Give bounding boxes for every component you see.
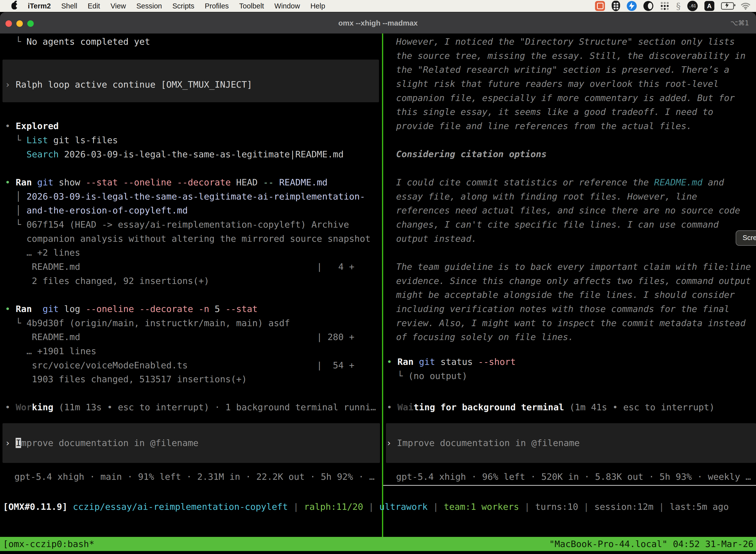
terminal-line: this single essay, it seems like a good … [396, 105, 713, 119]
terminal-line: including verification notes with those … [396, 302, 730, 316]
menu-window[interactable]: Window [274, 2, 300, 10]
terminal-line: companion analysis without altering the … [5, 232, 371, 246]
screen-indicator-tooltip: Scre [736, 230, 756, 246]
menu-view[interactable]: View [110, 2, 126, 10]
terminal-line: the source tree, missing the essay. Stil… [396, 49, 746, 63]
terminal-line: • Ran git status --short [387, 355, 516, 369]
terminal-line: output instead. [396, 232, 477, 246]
right-pane-bottom-border [383, 485, 756, 486]
terminal-line: 2 files changed, 92 insertions(+) [5, 274, 209, 288]
terminal-line: The team guideline is to back every impo… [396, 260, 751, 274]
menu-help[interactable]: Help [310, 2, 325, 10]
terminal-line: └ 067f154 (HEAD -> essay/ai-reimplementa… [5, 218, 349, 232]
ralph-loop-line: › Ralph loop active continue [OMX_TMUX_I… [5, 78, 252, 92]
terminal-line: … +2 lines [5, 246, 80, 260]
tmux-session-label: [omx-cczip0:bash* [0, 537, 94, 551]
terminal-line: slight risk that future readers may over… [396, 77, 718, 91]
terminal-line: └ List git ls-files [5, 133, 118, 147]
terminal-line: • Explored [5, 119, 59, 133]
terminal-line: I could cite commit statistics or refere… [396, 175, 724, 189]
squiggle-icon[interactable]: § [676, 1, 681, 11]
left-status-line: gpt-5.4 xhigh · main · 91% left · 2.31M … [14, 470, 375, 484]
dots-grid-icon[interactable] [660, 1, 670, 11]
terminal-line: the "Related research writing" section i… [396, 63, 730, 77]
terminal-line: └ No agents completed yet [5, 35, 150, 49]
terminal-line: review. Also, I might want to inspect th… [396, 316, 746, 330]
left-input-line: › Improve documentation in @filename [5, 436, 198, 450]
terminal-line: src/voice/voiceModeEnabled.ts | 54 + [5, 358, 355, 372]
terminal-line: might be acceptable alongside the file l… [396, 288, 735, 302]
right-status-line: gpt-5.4 xhigh · 96% left · 520K in · 5.8… [396, 470, 751, 484]
terminal-line: However, I noticed the "Directory Struct… [396, 35, 735, 49]
badge-61-icon[interactable]: ..61 [687, 1, 698, 11]
menu-scripts[interactable]: Scripts [172, 2, 194, 10]
bolt-badge-icon[interactable] [627, 1, 637, 11]
terminal-line: • Ran git show --stat --oneline --decora… [5, 175, 328, 189]
menu-shell[interactable]: Shell [61, 2, 77, 10]
battery-icon[interactable] [721, 2, 734, 10]
terminal-line: … +1901 lines [5, 344, 96, 358]
terminal-line: companion file, especially if more comme… [396, 91, 735, 105]
tmux-host-clock: "MacBook-Pro-44.local" 04:52 31-Mar-26 [549, 537, 756, 551]
tmux-status-bar: [omx-cczip0:bash* "MacBook-Pro-44.local"… [0, 537, 756, 551]
keypad-shield-icon[interactable] [612, 1, 620, 11]
menubar: iTerm2 Shell Edit View Session Scripts P… [0, 0, 756, 12]
screen: { "colors":{"divider_green":"#3cb914","t… [0, 0, 756, 554]
terminal-line: └ (no output) [387, 369, 467, 383]
a-square-icon[interactable]: A [704, 1, 714, 11]
menu-app-name[interactable]: iTerm2 [28, 2, 51, 10]
menu-edit[interactable]: Edit [87, 2, 100, 10]
terminal-line: • Working (11m 13s • esc to interrupt) ·… [5, 400, 376, 414]
terminal-line: provide file and line references from th… [396, 119, 692, 133]
terminal-line: references need actual files, and since … [396, 204, 740, 217]
terminal-line: • Ran git log --oneline --decorate -n 5 … [5, 302, 258, 316]
terminal-line: changes, I can't cite specific file line… [396, 218, 718, 232]
crescent-circle-icon[interactable] [643, 1, 653, 11]
iterm-window: omx --xhigh --madmax ⌥⌘1 Scre └ No agent… [0, 12, 756, 554]
menu-toolbelt[interactable]: Toolbelt [239, 2, 264, 10]
right-input-line: › Improve documentation in @filename [386, 436, 580, 450]
thinking-heading: Considering citation options [396, 147, 547, 161]
pane-divider[interactable] [382, 34, 383, 537]
menu-session[interactable]: Session [136, 2, 162, 10]
chat-app-icon[interactable] [595, 1, 605, 11]
menu-profiles[interactable]: Profiles [205, 2, 229, 10]
apple-menu-icon[interactable] [11, 2, 17, 9]
terminal-line: Search 2026-03-09-is-legal-the-same-as-l… [5, 148, 343, 161]
terminal-line: └ 4b9d30f (origin/main, instructkr/main,… [5, 316, 290, 330]
terminal-line: README.md | 4 + [5, 260, 355, 274]
terminal-line: 1903 files changed, 513517 insertions(+) [5, 372, 247, 386]
terminal-line: README.md | 280 + [5, 330, 355, 344]
wifi-icon[interactable] [741, 2, 751, 10]
omx-status-bar: [OMX#0.11.9] cczip/essay/ai-reimplementa… [3, 500, 729, 514]
terminal-line: evidence. Since this change only affects… [396, 274, 751, 288]
terminal-line: of focusing solely on file lines. [396, 330, 573, 344]
terminal-content: Scre └ No agents completed yet› Ralph lo… [0, 12, 756, 554]
terminal-line: • Waiting for background terminal (1m 41… [387, 400, 714, 414]
terminal-line: essay file, along with finding root file… [396, 189, 697, 204]
terminal-line: │ 2026-03-09-is-legal-the-same-as-legiti… [5, 189, 365, 204]
terminal-line: │ and-the-erosion-of-copyleft.md [5, 204, 188, 217]
